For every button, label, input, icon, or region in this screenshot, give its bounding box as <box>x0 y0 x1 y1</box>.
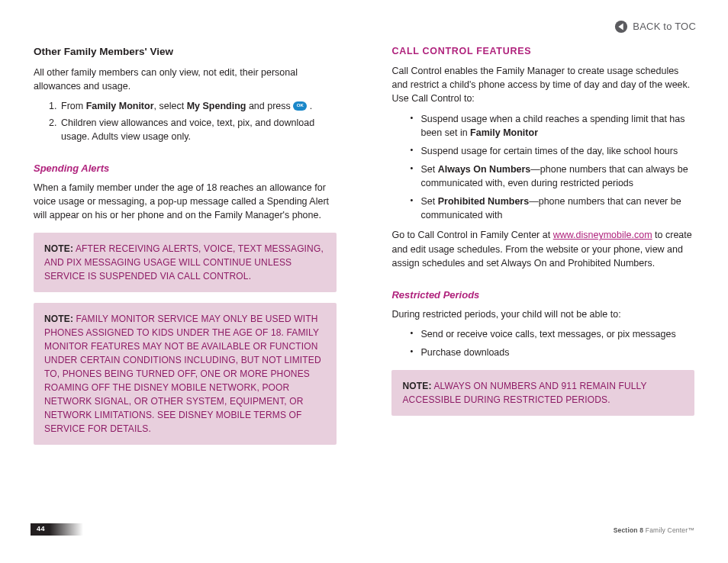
note-box-2: Note: Family Monitor service may only be… <box>34 303 337 445</box>
left-column: Other Family Members' View All other fam… <box>34 21 337 503</box>
paragraph: Go to Call Control in Family Center at w… <box>391 228 694 269</box>
note-label: Note: <box>44 314 73 324</box>
ok-button-icon: OK <box>293 101 307 111</box>
note-box-3: Note: Always On Numbers and 911 remain f… <box>391 370 694 416</box>
list-item: Set Prohibited Numbers—phone numbers tha… <box>413 195 694 222</box>
paragraph: Call Control enables the Family Manager … <box>391 64 694 105</box>
heading-other-members: Other Family Members' View <box>34 44 337 60</box>
section-label: Section 8 Family Center™ <box>614 526 694 535</box>
disney-mobile-link[interactable]: www.disneymobile.com <box>553 230 652 240</box>
heading-call-control: Call Control Features <box>391 44 694 58</box>
list-item: Set Always On Numbers—phone numbers that… <box>413 162 694 190</box>
numbered-steps: From Family Monitor, select My Spending … <box>34 99 337 143</box>
paragraph: During restricted periods, your child wi… <box>391 307 694 321</box>
page-body: Other Family Members' View All other fam… <box>0 0 728 503</box>
feature-list: Suspend usage when a child reaches a spe… <box>391 112 694 223</box>
list-item: Purchase downloads <box>413 346 694 359</box>
step-1: From Family Monitor, select My Spending … <box>60 99 337 113</box>
note-box-1: Note: After receiving alerts, voice, tex… <box>34 233 337 292</box>
list-item: Suspend usage when a child reaches a spe… <box>413 112 694 140</box>
step-2: Children view allowances and voice, text… <box>60 116 337 143</box>
paragraph: When a family member under the age of 18… <box>34 181 337 222</box>
column-divider <box>364 43 365 455</box>
note-text: Family Monitor service may only be used … <box>44 314 321 434</box>
note-label: Note: <box>44 243 73 254</box>
paragraph: All other family members can only view, … <box>34 66 337 93</box>
note-text: Always On Numbers and 911 remain fully a… <box>402 381 646 405</box>
list-item: Send or receive voice calls, text messag… <box>413 327 694 341</box>
note-label: Note: <box>402 381 431 391</box>
heading-spending-alerts: Spending Alerts <box>34 162 337 176</box>
right-column: Call Control Features Call Control enabl… <box>391 21 694 503</box>
page-number: 44 <box>31 523 83 536</box>
list-item: Suspend usage for certain times of the d… <box>413 144 694 158</box>
page-footer: 44 Section 8 Family Center™ <box>0 525 728 536</box>
restricted-list: Send or receive voice calls, text messag… <box>391 327 694 359</box>
note-text: After receiving alerts, voice, text mess… <box>44 243 324 282</box>
heading-restricted-periods: Restricted Periods <box>391 288 694 303</box>
